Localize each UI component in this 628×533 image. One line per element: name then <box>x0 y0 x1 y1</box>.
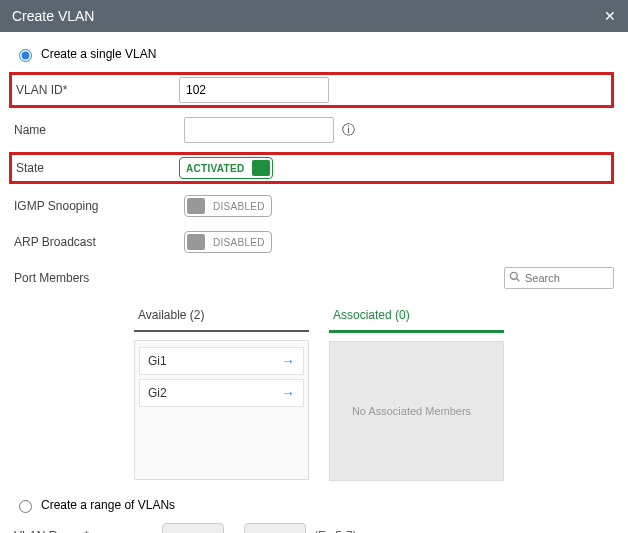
dialog-title: Create VLAN <box>12 8 94 24</box>
vlan-id-label: VLAN ID* <box>16 83 179 97</box>
range-to-input <box>244 523 306 533</box>
vlan-id-input[interactable] <box>179 77 329 103</box>
range-from-input <box>162 523 224 533</box>
vlan-range-row: VLAN Range* - (Ex:5-7) <box>14 523 614 533</box>
list-item[interactable]: Gi1 → <box>139 347 304 375</box>
toggle-knob-icon <box>187 234 205 250</box>
available-title: Available (2) <box>134 300 309 332</box>
name-input[interactable] <box>184 117 334 143</box>
arp-row: ARP Broadcast DISABLED <box>14 228 614 256</box>
igmp-toggle[interactable]: DISABLED <box>184 195 272 217</box>
vlan-id-row: VLAN ID* <box>9 72 614 108</box>
mode-range-row[interactable]: Create a range of VLANs <box>14 497 614 513</box>
port-members-row: Port Members <box>14 264 614 292</box>
list-item[interactable]: Gi2 → <box>139 379 304 407</box>
list-item-label: Gi2 <box>148 386 167 400</box>
available-column: Available (2) Gi1 → Gi2 → <box>134 300 309 481</box>
port-search-input[interactable] <box>504 267 614 289</box>
list-item-label: Gi1 <box>148 354 167 368</box>
toggle-knob-icon <box>187 198 205 214</box>
state-toggle[interactable]: ACTIVATED <box>179 157 273 179</box>
state-row: State ACTIVATED <box>9 152 614 184</box>
svg-point-0 <box>510 272 517 279</box>
toggle-knob-icon <box>252 160 270 176</box>
vlan-range-label: VLAN Range* <box>14 529 154 533</box>
associated-title: Associated (0) <box>329 300 504 333</box>
arp-label: ARP Broadcast <box>14 235 184 249</box>
svg-line-1 <box>517 279 520 282</box>
name-label: Name <box>14 123 184 137</box>
arrow-right-icon[interactable]: → <box>281 385 295 401</box>
radio-single-label: Create a single VLAN <box>41 47 156 61</box>
state-label: State <box>16 161 179 175</box>
close-icon[interactable]: ✕ <box>604 8 616 24</box>
empty-message: No Associated Members <box>330 405 493 417</box>
dialog-header: Create VLAN ✕ <box>0 0 628 32</box>
port-transfer: Available (2) Gi1 → Gi2 → Associated (0)… <box>134 300 614 481</box>
radio-range-label: Create a range of VLANs <box>41 498 175 512</box>
arrow-right-icon[interactable]: → <box>281 353 295 369</box>
arp-value: DISABLED <box>207 237 271 248</box>
mode-single-row[interactable]: Create a single VLAN <box>14 46 614 62</box>
state-value: ACTIVATED <box>180 163 250 174</box>
igmp-value: DISABLED <box>207 201 271 212</box>
arp-toggle[interactable]: DISABLED <box>184 231 272 253</box>
associated-list: No Associated Members <box>329 341 504 481</box>
radio-single-vlan[interactable] <box>19 49 32 62</box>
name-row: Name ⓘ <box>14 116 614 144</box>
info-icon[interactable]: ⓘ <box>342 121 355 139</box>
range-example: (Ex:5-7) <box>314 529 357 533</box>
radio-range-vlan[interactable] <box>19 500 32 513</box>
available-list: Gi1 → Gi2 → <box>134 340 309 480</box>
associated-column: Associated (0) No Associated Members <box>329 300 504 481</box>
search-icon <box>509 271 520 284</box>
igmp-row: IGMP Snooping DISABLED <box>14 192 614 220</box>
igmp-label: IGMP Snooping <box>14 199 184 213</box>
port-members-label: Port Members <box>14 271 184 285</box>
range-dash: - <box>232 529 236 533</box>
